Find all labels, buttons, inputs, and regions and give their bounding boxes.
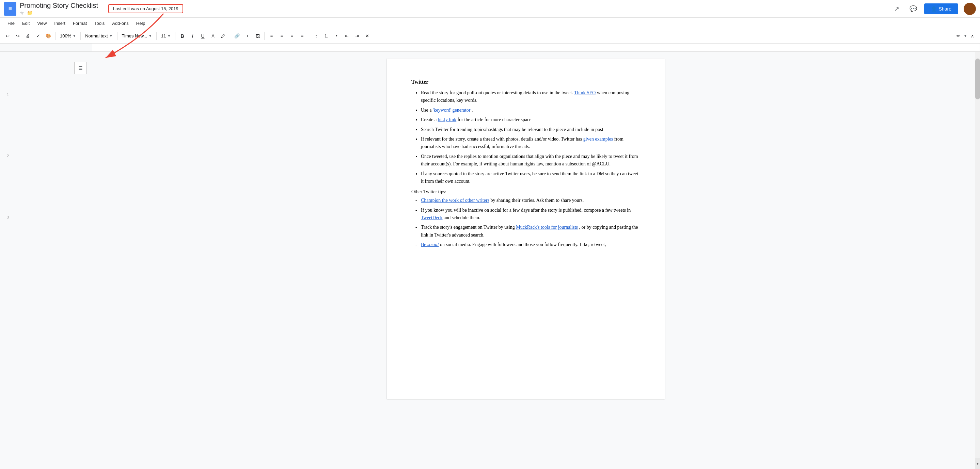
paint-format-button[interactable]: 🎨 — [44, 31, 53, 41]
spellcheck-button[interactable]: ✓ — [33, 31, 43, 41]
muckrack-link[interactable]: MuckRack's tools for journalists — [516, 225, 578, 230]
think-seo-link[interactable]: Think SEO — [574, 90, 595, 95]
scroll-thumb[interactable] — [975, 59, 980, 99]
divider-3 — [117, 32, 118, 40]
text-color-button[interactable]: A — [208, 31, 218, 41]
decrease-indent-button[interactable]: ⇤ — [342, 31, 352, 41]
ruler-inner — [92, 44, 980, 51]
list-item: Read the story for good pull-out quotes … — [421, 89, 640, 105]
star-icon[interactable]: ☆ — [20, 10, 24, 16]
list-item: If any sources quoted in the story are a… — [421, 170, 640, 186]
align-justify-button[interactable]: ≡ — [297, 31, 307, 41]
align-right-button[interactable]: ≡ — [287, 31, 297, 41]
document-area: Twitter Read the story for good pull-out… — [92, 52, 959, 469]
numbered-list-button[interactable]: 1. — [321, 31, 331, 41]
scrollbar[interactable] — [975, 52, 980, 469]
divider-8 — [309, 32, 309, 40]
divider-6 — [230, 32, 230, 40]
divider-5 — [175, 32, 175, 40]
header-right: ↗ 💬 👤 Share — [891, 3, 976, 15]
document-title[interactable]: Promoting Story Checklist — [20, 2, 98, 10]
left-margin: 1 2 3 — [0, 52, 92, 469]
scroll-to-bottom-button[interactable] — [975, 458, 980, 469]
list-item: Once tweeted, use the replies to mention… — [421, 153, 640, 168]
divider-4 — [156, 32, 157, 40]
undo-button[interactable]: ↩ — [3, 31, 12, 41]
twitter-bullet-list: Read the story for good pull-out quotes … — [411, 89, 640, 185]
list-item: Create a bit.ly link for the article for… — [421, 116, 640, 124]
ruler — [0, 44, 980, 52]
style-select[interactable]: Normal text ▼ — [83, 31, 115, 41]
title-icons: ☆ 📁 — [20, 10, 98, 16]
title-bar: Promoting Story Checklist ☆ 📁 Last edit … — [0, 0, 980, 18]
menu-edit[interactable]: Edit — [19, 19, 33, 27]
line-num-3: 3 — [7, 215, 10, 277]
menu-view[interactable]: View — [34, 19, 50, 27]
bullet-list-button[interactable]: • — [332, 31, 341, 41]
champion-writers-link[interactable]: Champion the work of other writers — [421, 198, 489, 203]
list-item: Search Twitter for trending topics/hasht… — [421, 126, 640, 134]
insert-image-button[interactable]: 🖼 — [253, 31, 262, 41]
main-area: 1 2 3 Twitter Read the story for good pu… — [0, 52, 980, 469]
menu-tools[interactable]: Tools — [91, 19, 108, 27]
zoom-select[interactable]: 100% ▼ — [57, 31, 78, 41]
google-docs-icon — [4, 2, 16, 16]
line-num-2: 2 — [7, 154, 10, 215]
menu-insert[interactable]: Insert — [51, 19, 69, 27]
bold-button[interactable]: B — [177, 31, 187, 41]
italic-button[interactable]: I — [188, 31, 197, 41]
collapse-toolbar-button[interactable]: ∧ — [968, 31, 977, 41]
trending-icon[interactable]: ↗ — [891, 3, 902, 14]
document-outline-button[interactable] — [74, 62, 86, 74]
editing-mode-button[interactable]: ✏ — [953, 31, 963, 41]
divider-1 — [55, 32, 56, 40]
clear-formatting-button[interactable]: ✕ — [362, 31, 372, 41]
style-caret: ▼ — [109, 34, 113, 38]
share-icon: 👤 — [931, 6, 937, 11]
list-item: Champion the work of other writers by sh… — [421, 197, 640, 204]
size-caret: ▼ — [167, 34, 171, 38]
comments-icon[interactable]: 💬 — [908, 3, 919, 14]
line-spacing-button[interactable]: ↕ — [311, 31, 321, 41]
print-button[interactable]: 🖨 — [23, 31, 33, 41]
link-button[interactable]: 🔗 — [232, 31, 242, 41]
be-social-link[interactable]: Be social — [421, 242, 439, 247]
line-num-1: 1 — [7, 92, 10, 154]
list-item: Use a 'keyword' generator . — [421, 107, 640, 114]
list-item: If relevant for the story, create a thre… — [421, 135, 640, 151]
menu-file[interactable]: File — [4, 19, 18, 27]
share-button[interactable]: 👤 Share — [924, 3, 958, 14]
redo-button[interactable]: ↪ — [13, 31, 22, 41]
font-caret: ▼ — [148, 34, 152, 38]
user-avatar[interactable] — [964, 3, 976, 15]
menu-help[interactable]: Help — [133, 19, 149, 27]
tweetdeck-link[interactable]: TweetDeck — [421, 215, 443, 220]
menu-addons[interactable]: Add-ons — [109, 19, 132, 27]
line-numbers: 1 2 3 — [0, 52, 10, 277]
insert-comment-button[interactable]: + — [242, 31, 252, 41]
align-left-button[interactable]: ≡ — [267, 31, 276, 41]
last-edit-badge: Last edit was on August 15, 2019 — [108, 4, 183, 13]
keyword-generator-link[interactable]: 'keyword' generator — [433, 108, 470, 113]
given-examples-link[interactable]: given examples — [583, 137, 613, 141]
list-item: If you know you will be inactive on soci… — [421, 207, 640, 222]
title-area: Promoting Story Checklist ☆ 📁 — [20, 2, 98, 16]
editing-caret[interactable]: ▼ — [964, 34, 967, 38]
bitly-link[interactable]: bit.ly link — [438, 117, 456, 122]
font-select[interactable]: Times New... ▼ — [119, 31, 154, 41]
underline-button[interactable]: U — [198, 31, 207, 41]
menu-format[interactable]: Format — [70, 19, 90, 27]
menu-bar: File Edit View Insert Format Tools Add-o… — [0, 18, 980, 29]
twitter-dash-list: Champion the work of other writers by sh… — [411, 197, 640, 248]
document-page: Twitter Read the story for good pull-out… — [387, 59, 665, 399]
divider-2 — [80, 32, 81, 40]
list-item: Be social on social media. Engage with f… — [421, 241, 640, 248]
folder-icon[interactable]: 📁 — [27, 10, 33, 16]
align-center-button[interactable]: ≡ — [277, 31, 286, 41]
highlight-button[interactable]: 🖊 — [218, 31, 228, 41]
toolbar: ↩ ↪ 🖨 ✓ 🎨 100% ▼ Normal text ▼ Times New… — [0, 29, 980, 44]
size-select[interactable]: 11 ▼ — [159, 31, 173, 41]
increase-indent-button[interactable]: ⇥ — [352, 31, 362, 41]
other-tips-label: Other Twitter tips: — [411, 189, 640, 195]
list-item: Track the story's engagement on Twitter … — [421, 224, 640, 239]
